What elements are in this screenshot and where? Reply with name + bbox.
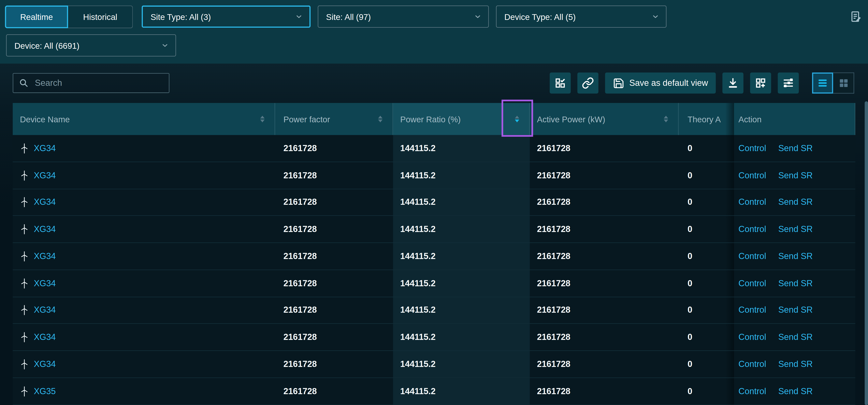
wind-turbine-icon — [20, 331, 29, 343]
column-header-power-factor[interactable]: Power factor — [275, 103, 393, 135]
send-sr-link[interactable]: Send SR — [778, 386, 812, 396]
device-link[interactable]: XG35 — [34, 386, 56, 396]
column-header-theory-active-power: Theory A — [679, 103, 734, 135]
send-sr-link[interactable]: Send SR — [778, 224, 812, 235]
top-filter-bar: Realtime Historical Site Type: All (3) S… — [0, 0, 868, 64]
column-label: Device Name — [20, 114, 70, 124]
device-name-cell: XG35 — [13, 378, 275, 404]
save-icon — [613, 77, 624, 89]
column-select-button[interactable] — [550, 72, 571, 94]
control-link[interactable]: Control — [738, 143, 766, 153]
control-link[interactable]: Control — [738, 224, 766, 235]
site-dropdown[interactable]: Site: All (97) — [318, 5, 489, 28]
action-cell: Control Send SR — [734, 162, 856, 188]
table-row: XG34 2161728 144115.2 2161728 0 Control … — [13, 135, 856, 162]
device-link[interactable]: XG34 — [34, 305, 56, 315]
theory-active-power-cell: 0 — [679, 324, 734, 350]
send-sr-link[interactable]: Send SR — [778, 332, 812, 342]
control-link[interactable]: Control — [738, 170, 766, 180]
power-factor-cell: 2161728 — [275, 216, 393, 243]
control-link[interactable]: Control — [738, 332, 766, 342]
add-widget-button[interactable] — [750, 72, 771, 94]
device-link[interactable]: XG34 — [34, 224, 56, 235]
save-default-view-label: Save as default view — [629, 78, 708, 88]
action-cell: Control Send SR — [734, 297, 856, 323]
active-power-cell: 2161728 — [530, 135, 679, 162]
copy-link-button[interactable] — [577, 72, 598, 94]
send-sr-link[interactable]: Send SR — [778, 143, 812, 153]
action-cell: Control Send SR — [734, 378, 856, 404]
wind-turbine-icon — [20, 223, 29, 235]
device-name-cell: XG34 — [13, 270, 275, 297]
column-header-power-ratio[interactable]: Power Ratio (%) — [393, 103, 530, 135]
grid-view-toggle[interactable] — [833, 72, 854, 94]
power-ratio-cell: 144115.2 — [393, 162, 530, 188]
table-row: XG34 2161728 144115.2 2161728 0 Control … — [13, 189, 856, 216]
table-row: XG34 2161728 144115.2 2161728 0 Control … — [13, 324, 856, 351]
control-link[interactable]: Control — [738, 197, 766, 207]
sort-icon[interactable] — [260, 116, 265, 123]
column-header-active-power[interactable]: Active Power (kW) — [530, 103, 679, 135]
chevron-down-icon — [295, 13, 303, 21]
power-ratio-cell: 144115.2 — [393, 378, 530, 404]
theory-active-power-cell: 0 — [679, 216, 734, 243]
filter-settings-button[interactable] — [778, 72, 799, 94]
device-link[interactable]: XG34 — [34, 197, 56, 207]
send-sr-link[interactable]: Send SR — [778, 197, 812, 207]
edit-note-icon[interactable] — [849, 10, 863, 23]
table-row: XG34 2161728 144115.2 2161728 0 Control … — [13, 297, 856, 324]
sort-icon[interactable] — [378, 116, 382, 123]
theory-active-power-cell: 0 — [679, 189, 734, 215]
download-button[interactable] — [722, 72, 744, 94]
site-type-dropdown[interactable]: Site Type: All (3) — [142, 5, 311, 28]
send-sr-link[interactable]: Send SR — [778, 251, 812, 261]
sort-icon-descending-active[interactable] — [515, 116, 519, 123]
wind-turbine-icon — [20, 196, 29, 208]
realtime-monitor-page: Realtime Historical Site Type: All (3) S… — [0, 0, 868, 405]
control-link[interactable]: Control — [738, 251, 766, 261]
action-cell: Control Send SR — [734, 135, 856, 162]
device-link[interactable]: XG34 — [34, 143, 56, 153]
send-sr-link[interactable]: Send SR — [778, 170, 812, 180]
power-ratio-cell: 144115.2 — [393, 243, 530, 270]
device-type-dropdown[interactable]: Device Type: All (5) — [496, 5, 666, 28]
power-factor-cell: 2161728 — [275, 270, 393, 297]
control-link[interactable]: Control — [738, 278, 766, 288]
device-name-cell: XG34 — [13, 351, 275, 377]
save-default-view-button[interactable]: Save as default view — [605, 72, 716, 94]
send-sr-link[interactable]: Send SR — [778, 305, 812, 315]
tab-historical[interactable]: Historical — [68, 5, 133, 28]
tab-realtime[interactable]: Realtime — [5, 5, 68, 28]
power-ratio-cell: 144115.2 — [393, 297, 530, 323]
list-view-toggle[interactable] — [812, 72, 833, 94]
mode-tab-group: Realtime Historical — [5, 5, 133, 28]
device-dropdown-value: Device: All (6691) — [14, 41, 161, 50]
power-ratio-cell: 144115.2 — [393, 270, 530, 297]
grid-plus-icon — [754, 77, 767, 89]
search-input[interactable] — [34, 77, 163, 89]
theory-active-power-cell: 0 — [679, 243, 734, 270]
active-power-cell: 2161728 — [530, 351, 679, 377]
download-icon — [727, 77, 739, 89]
vertical-scrollbar-thumb[interactable] — [865, 101, 868, 405]
sort-icon[interactable] — [664, 116, 668, 123]
power-factor-cell: 2161728 — [275, 162, 393, 188]
theory-active-power-cell: 0 — [679, 297, 734, 323]
search-icon — [19, 78, 29, 88]
column-label: Active Power (kW) — [537, 114, 605, 124]
control-link[interactable]: Control — [738, 305, 766, 315]
device-link[interactable]: XG34 — [34, 332, 56, 342]
device-link[interactable]: XG34 — [34, 359, 56, 369]
control-link[interactable]: Control — [738, 359, 766, 369]
action-cell: Control Send SR — [734, 243, 856, 270]
device-link[interactable]: XG34 — [34, 251, 56, 261]
wind-turbine-icon — [20, 250, 29, 262]
send-sr-link[interactable]: Send SR — [778, 359, 812, 369]
control-link[interactable]: Control — [738, 386, 766, 396]
send-sr-link[interactable]: Send SR — [778, 278, 812, 288]
column-header-device-name[interactable]: Device Name — [13, 103, 275, 135]
device-dropdown[interactable]: Device: All (6691) — [6, 34, 176, 56]
device-link[interactable]: XG34 — [34, 278, 56, 288]
device-link[interactable]: XG34 — [34, 170, 56, 180]
active-power-cell: 2161728 — [530, 243, 679, 270]
